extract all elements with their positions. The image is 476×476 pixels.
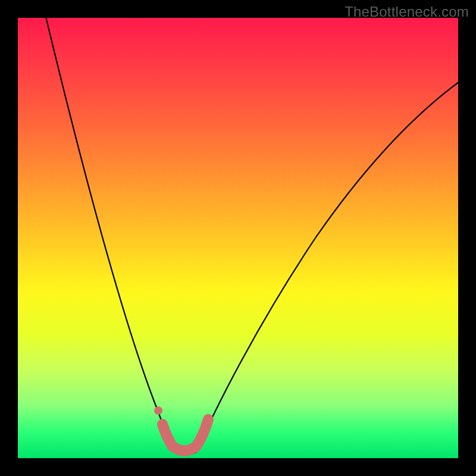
bottleneck-curve-left — [45, 12, 176, 452]
chart-svg — [18, 18, 458, 458]
chart-plot-area — [18, 18, 458, 458]
optimal-range-marker — [162, 419, 208, 451]
optimal-range-dot — [154, 406, 162, 415]
watermark-text: TheBottleneck.com — [345, 4, 469, 20]
bottleneck-curve-right — [196, 80, 461, 452]
